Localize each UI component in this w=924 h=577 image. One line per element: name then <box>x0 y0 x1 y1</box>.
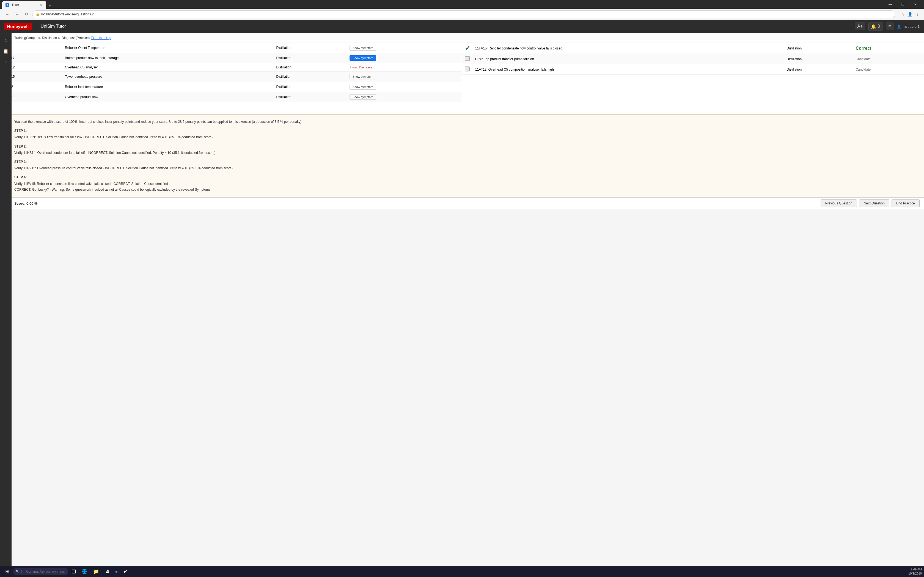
breadcrumb-distillation[interactable]: Distillation <box>42 36 57 40</box>
symptom-unit: Distillation <box>274 53 347 63</box>
url-text: localhost/tutor/exercise#questions.2 <box>41 12 892 16</box>
new-tab-button[interactable]: + <box>46 3 53 9</box>
step1-header: STEP 1: <box>14 128 910 134</box>
table-row: 11FC17 Bottom product flow to tank1 stor… <box>0 53 462 63</box>
breadcrumb-diagnose[interactable]: Diagnose(Practice) <box>61 36 90 40</box>
symptom-description: Reboiler inlet temperature <box>62 82 273 92</box>
cause-checkbox-checked[interactable]: ✓ <box>465 45 470 50</box>
browser-tab[interactable]: T Tutor ✕ <box>2 1 46 9</box>
cause-unit: Distillation <box>784 64 853 75</box>
symptom-description: Bottom product flow to tank1 storage <box>62 53 273 63</box>
step4-correct: CORRECT. Got Lucky? - Warning: Some gues… <box>14 187 910 192</box>
back-button[interactable]: ← <box>3 11 11 18</box>
user-icon: 👤 <box>897 24 901 29</box>
close-button[interactable]: ✕ <box>909 0 922 9</box>
feedback-area: You start the exercise with a score of 1… <box>0 114 924 197</box>
cause-unit: Distillation <box>784 54 853 64</box>
maximize-button[interactable]: ❐ <box>897 0 909 9</box>
cause-checkbox-cell[interactable] <box>462 54 472 64</box>
security-lock-icon: 🔒 <box>36 12 40 16</box>
profile-icon[interactable]: 👤 <box>907 11 914 17</box>
show-symptom-button-highlighted[interactable]: Show symptom <box>349 55 376 61</box>
breadcrumb: TrainingSample ▶ Distillation ▶ Diagnose… <box>0 33 924 43</box>
username: Instructor1 <box>903 24 919 29</box>
chrome-button[interactable]: ● <box>113 567 120 577</box>
minimize-button[interactable]: — <box>884 0 897 9</box>
candidate-status-label: Candidate <box>856 68 871 71</box>
strong-decrease-label: Strong Decrease <box>349 66 372 69</box>
table-row: 11TI22 Reboiler inlet temperature Distil… <box>0 82 462 92</box>
honeywell-logo: Honeywell <box>5 23 32 30</box>
task-view-button[interactable]: ❑ <box>69 567 78 577</box>
symptom-action[interactable]: Show symptom <box>347 72 462 82</box>
symptoms-table: 11TI21 Reboiler Outlet Temperature Disti… <box>0 43 462 102</box>
step4-detail: Verify 11FV15: Rebolier condensate flow … <box>14 181 910 187</box>
breadcrumb-trainingsample[interactable]: TrainingSample <box>14 36 37 40</box>
breadcrumb-sep-1: ▶ <box>39 36 41 40</box>
taskbar: ⊞ 🔍 ❑ 🌐 📁 🖥 ● ✔ 2:49 AM 10/1/2019 <box>0 566 924 577</box>
checkmark-icon: ✓ <box>465 45 470 52</box>
ie-button[interactable]: 🌐 <box>79 567 90 577</box>
refresh-button[interactable]: ↻ <box>23 10 30 18</box>
step4-header: STEP 4: <box>14 175 910 180</box>
symptom-description: Reboiler Outlet Temperature <box>62 43 273 53</box>
app-title: UniSim Tutor <box>36 24 66 29</box>
cause-checkbox-unchecked[interactable] <box>465 66 470 71</box>
symptom-description: Overhead C5 analyser <box>62 63 273 72</box>
symptom-action[interactable]: Show symptom <box>347 92 462 102</box>
symptom-unit: Distillation <box>274 43 347 53</box>
tab-close-button[interactable]: ✕ <box>39 3 43 7</box>
notification-button[interactable]: 🔔 0 <box>869 23 882 31</box>
forward-button[interactable]: → <box>13 11 21 18</box>
end-practice-button[interactable]: End Practice <box>892 200 919 207</box>
system-time: 2:49 AM 10/1/2019 <box>908 567 922 576</box>
table-row: ✓ 11FV15: Reboiler condensate flow contr… <box>462 43 924 54</box>
cause-status: Candidate <box>853 54 924 64</box>
symptom-action[interactable]: Show symptom <box>347 82 462 92</box>
symptom-unit: Distillation <box>274 63 347 72</box>
bookmark-icon[interactable]: ☆ <box>900 11 906 17</box>
tab-favicon-letter: T <box>7 4 8 6</box>
symptoms-panel: 11TI21 Reboiler Outlet Temperature Disti… <box>0 43 462 114</box>
menu-button[interactable]: ≡ <box>886 23 893 30</box>
table-row: P-68: Top product transfer pump fails of… <box>462 54 924 64</box>
menu-icon[interactable]: ⋮ <box>915 11 921 17</box>
step2-header: STEP 2: <box>14 144 910 149</box>
sidebar-menu-icon[interactable]: ≡ <box>1 57 11 67</box>
store-button[interactable]: 🖥 <box>102 567 111 577</box>
symptom-action[interactable]: Show symptom <box>347 43 462 53</box>
cause-checkbox-unchecked[interactable] <box>465 56 470 61</box>
show-symptom-button[interactable]: Show symptom <box>349 45 376 50</box>
sidebar-home-icon[interactable]: ⌂ <box>1 35 11 45</box>
translate-button[interactable]: A+ <box>855 23 865 30</box>
address-input[interactable]: 🔒 localhost/tutor/exercise#questions.2 <box>32 10 895 18</box>
table-row: 11TI21 Reboiler Outlet Temperature Disti… <box>0 43 462 53</box>
user-profile[interactable]: 👤 Instructor1 <box>897 24 919 29</box>
header-right: A+ 🔔 0 ≡ 👤 Instructor1 <box>855 23 919 31</box>
step3-header: STEP 3: <box>14 160 910 164</box>
breadcrumb-sep-2: ▶ <box>58 36 60 40</box>
explorer-button[interactable]: 📁 <box>91 567 101 577</box>
time-display: 2:49 AM <box>908 567 922 572</box>
tutor-button[interactable]: ✔ <box>121 567 130 577</box>
table-row: 11AC12 Overhead C5 analyser Distillation… <box>0 63 462 72</box>
symptom-description: Tower overhead pressure <box>62 72 273 82</box>
feedback-intro: You start the exercise with a score of 1… <box>14 119 910 124</box>
left-sidebar: ⌂ 📋 ≡ <box>0 33 11 566</box>
show-symptom-button[interactable]: Show symptom <box>349 84 376 90</box>
cause-checkbox-cell[interactable]: ✓ <box>462 43 472 54</box>
symptom-unit: Distillation <box>274 72 347 82</box>
show-symptom-button[interactable]: Show symptom <box>349 94 376 100</box>
cortana-search-input[interactable] <box>13 568 68 575</box>
previous-question-button[interactable]: Previous Question <box>821 200 857 207</box>
sidebar-list-icon[interactable]: 📋 <box>1 46 11 56</box>
window-controls: — ❐ ✕ <box>884 0 922 9</box>
show-symptom-button[interactable]: Show symptom <box>349 74 376 79</box>
next-question-button[interactable]: Next Question <box>859 200 889 207</box>
tab-favicon: T <box>5 3 9 7</box>
symptom-action[interactable]: Show symptom <box>347 53 462 63</box>
breadcrumb-exercise-help[interactable]: Exercise Help <box>91 36 111 40</box>
start-button[interactable]: ⊞ <box>2 567 12 577</box>
search-icon: 🔍 <box>15 570 19 574</box>
cause-checkbox-cell[interactable] <box>462 64 472 75</box>
